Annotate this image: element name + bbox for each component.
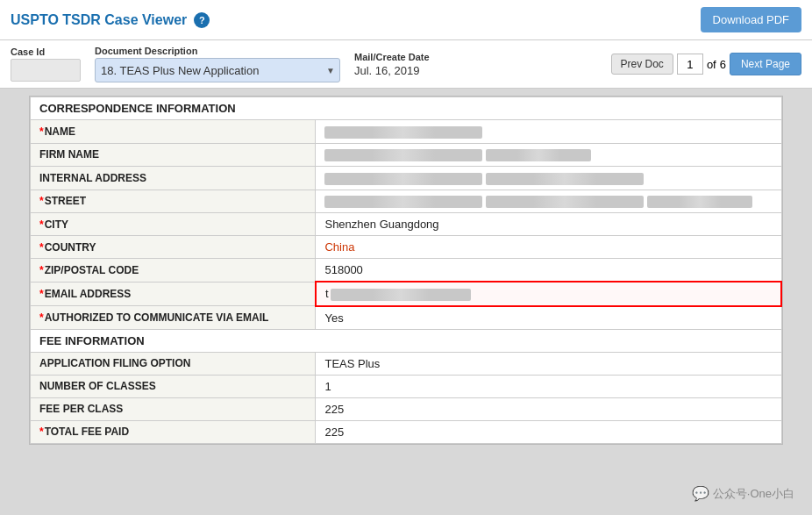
mail-date-group: Mail/Create Date Jul. 16, 2019 (354, 52, 430, 77)
field-value-num-classes: 1 (316, 375, 781, 397)
blurred-internal-value2 (486, 173, 644, 185)
required-star: * (39, 195, 44, 207)
section-title-fee: FEE INFORMATION (31, 329, 782, 352)
doc-desc-label: Document Description (95, 46, 340, 56)
field-label-name: *NAME (31, 120, 316, 144)
required-star: * (39, 288, 44, 300)
field-value-firm (316, 143, 781, 167)
correspondence-table: CORRESPONDENCE INFORMATION *NAME FIRM NA… (30, 97, 782, 444)
table-row: NUMBER OF CLASSES 1 (31, 375, 782, 397)
required-star: * (39, 218, 44, 231)
doc-desc-select-wrapper[interactable]: 18. TEAS Plus New Application ▼ (95, 58, 340, 82)
blurred-firm-value2 (486, 149, 591, 161)
nav-controls: Prev Doc of 6 Next Page (611, 53, 801, 75)
required-star: * (39, 125, 44, 138)
page-of-label: of (707, 58, 716, 71)
blurred-firm-value (324, 149, 482, 161)
table-row: *STREET (31, 190, 782, 213)
table-row-email: *EMAIL ADDRESS t (31, 282, 782, 306)
blurred-email-value (331, 289, 471, 301)
prev-doc-button[interactable]: Prev Doc (611, 54, 673, 75)
table-row: *NAME (31, 120, 782, 144)
table-row: *COUNTRY China (31, 236, 782, 259)
field-label-filing-option: APPLICATION FILING OPTION (31, 352, 316, 375)
mail-date-label: Mail/Create Date (354, 52, 430, 62)
section-title-correspondence: CORRESPONDENCE INFORMATION (31, 97, 782, 120)
field-label-num-classes: NUMBER OF CLASSES (31, 375, 316, 397)
table-row: APPLICATION FILING OPTION TEAS Plus (31, 352, 782, 375)
required-star: * (39, 264, 44, 276)
required-star: * (39, 311, 44, 324)
mail-date-value: Jul. 16, 2019 (354, 64, 430, 77)
table-row: FIRM NAME (31, 143, 782, 167)
wechat-icon: 💬 (692, 485, 709, 502)
field-label-city: *CITY (31, 213, 316, 236)
app-title: USPTO TSDR Case Viewer (11, 12, 187, 28)
field-value-city: Shenzhen Guangdong (316, 213, 781, 236)
header: USPTO TSDR Case Viewer ? Download PDF (0, 0, 812, 40)
table-row: *CITY Shenzhen Guangdong (31, 213, 782, 236)
field-value-email: t (316, 282, 781, 306)
required-star: * (39, 241, 44, 254)
field-label-internal: INTERNAL ADDRESS (31, 167, 316, 190)
field-value-zip: 518000 (316, 259, 781, 283)
table-row: *ZIP/POSTAL CODE 518000 (31, 259, 782, 283)
blurred-internal-value (324, 173, 482, 185)
table-row: *AUTHORIZED TO COMMUNICATE VIA EMAIL Yes (31, 306, 782, 330)
page-indicator: of 6 (677, 54, 726, 75)
field-label-firm: FIRM NAME (31, 143, 316, 167)
watermark-text: 公众号·One小白 (713, 486, 794, 502)
table-row: INTERNAL ADDRESS (31, 167, 782, 190)
table-row: *TOTAL FEE PAID 225 (31, 420, 782, 443)
field-value-filing-option: TEAS Plus (316, 352, 781, 375)
blurred-name-value (324, 126, 482, 139)
blurred-street-value3 (647, 196, 752, 208)
field-label-total-fee: *TOTAL FEE PAID (31, 420, 316, 443)
case-id-label: Case Id (11, 46, 81, 57)
help-icon[interactable]: ? (194, 12, 210, 28)
field-value-name (316, 120, 781, 144)
doc-paper: CORRESPONDENCE INFORMATION *NAME FIRM NA… (29, 96, 783, 445)
doc-area: CORRESPONDENCE INFORMATION *NAME FIRM NA… (0, 89, 812, 515)
field-value-total-fee: 225 (316, 420, 781, 443)
doc-desc-group: Document Description 18. TEAS Plus New A… (95, 46, 340, 82)
section-header-fee: FEE INFORMATION (31, 329, 782, 352)
case-id-value (11, 59, 81, 82)
download-pdf-button[interactable]: Download PDF (701, 7, 801, 32)
table-row: FEE PER CLASS 225 (31, 397, 782, 420)
doc-desc-select[interactable]: 18. TEAS Plus New Application (95, 58, 340, 82)
field-label-zip: *ZIP/POSTAL CODE (31, 259, 316, 283)
blurred-street-value2 (486, 196, 644, 208)
toolbar: Case Id Document Description 18. TEAS Pl… (0, 40, 812, 89)
page-current-input[interactable] (677, 54, 703, 75)
field-value-street (316, 190, 781, 213)
field-value-country: China (316, 236, 781, 259)
case-id-group: Case Id (11, 46, 81, 82)
field-value-fee-per-class: 225 (316, 397, 781, 420)
page-total-label: 6 (720, 58, 726, 71)
field-value-auth-email: Yes (316, 306, 781, 330)
field-label-street: *STREET (31, 190, 316, 213)
field-label-auth-email: *AUTHORIZED TO COMMUNICATE VIA EMAIL (31, 306, 316, 330)
field-label-email: *EMAIL ADDRESS (31, 282, 316, 306)
blurred-street-value (324, 196, 482, 208)
required-star: * (39, 426, 44, 438)
header-left: USPTO TSDR Case Viewer ? (11, 12, 210, 28)
field-label-country: *COUNTRY (31, 236, 316, 259)
section-header-correspondence: CORRESPONDENCE INFORMATION (31, 97, 782, 120)
field-label-fee-per-class: FEE PER CLASS (31, 397, 316, 420)
watermark: 💬 公众号·One小白 (692, 485, 794, 502)
field-value-internal (316, 167, 781, 190)
next-page-button[interactable]: Next Page (730, 53, 801, 75)
